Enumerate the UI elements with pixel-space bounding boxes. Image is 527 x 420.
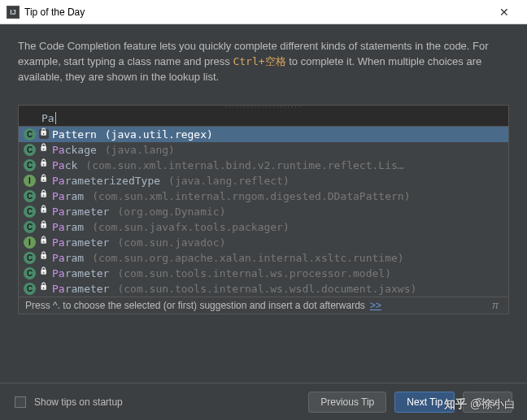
footer: Show tips on startup Previous Tip Next T…: [0, 383, 527, 420]
pi-icon: π: [492, 300, 502, 311]
class-icon: C: [24, 221, 36, 233]
lock-icon: [39, 222, 49, 232]
class-icon: C: [24, 206, 36, 218]
suggestion-name: Parameter: [52, 283, 109, 295]
hint-more-link[interactable]: >>: [370, 300, 381, 311]
suggestion-package: (com.sun.xml.internal.bind.v2.runtime.re…: [85, 159, 403, 171]
caret-icon: [55, 112, 56, 124]
close-icon[interactable]: ✕: [488, 6, 520, 19]
suggestion-name: Package: [52, 144, 97, 156]
suggestion-row[interactable]: CParam(com.sun.org.apache.xalan.internal…: [19, 250, 508, 266]
lock-icon: [39, 191, 49, 201]
suggestion-name: Parameter: [52, 206, 109, 218]
suggestion-package: (java.util.regex): [105, 128, 213, 141]
suggestion-package: (com.sun.javafx.tools.packager): [92, 221, 290, 233]
lock-icon: [39, 145, 49, 154]
suggestion-package: (com.sun.javadoc): [117, 236, 225, 249]
typed-text: Pa: [41, 112, 54, 124]
suggestion-name: ParameterizedType: [52, 175, 160, 187]
suggestion-row[interactable]: CPack(com.sun.xml.internal.bind.v2.runti…: [19, 158, 508, 173]
class-icon: C: [24, 128, 36, 141]
suggestion-row[interactable]: CParam(com.sun.xml.internal.rngom.digest…: [19, 188, 508, 204]
suggestion-row[interactable]: CParam(com.sun.javafx.tools.packager): [19, 219, 508, 235]
suggestion-row[interactable]: CPackage(java.lang): [19, 142, 508, 158]
show-tips-checkbox[interactable]: [15, 396, 26, 408]
lock-icon: [39, 160, 49, 170]
suggestion-row[interactable]: CParameter(com.sun.tools.internal.ws.wsd…: [19, 281, 508, 297]
editor-line: Pa: [19, 109, 508, 126]
suggestion-package: (com.sun.tools.internal.ws.wsdl.document…: [117, 283, 416, 295]
lock-icon: [39, 268, 49, 278]
lock-icon: [39, 284, 49, 293]
suggestion-package: (java.lang.reflect): [168, 175, 290, 187]
suggestion-name: Param: [52, 221, 84, 233]
suggestion-name: Param: [52, 252, 84, 264]
next-tip-button[interactable]: Next Tip: [394, 392, 455, 413]
lock-icon: [39, 175, 49, 185]
suggestion-package: (com.sun.tools.internal.ws.processor.mod…: [117, 267, 391, 279]
previous-tip-button[interactable]: Previous Tip: [308, 392, 386, 413]
shortcut-key: Ctrl+空格: [233, 55, 285, 67]
suggestion-name: Parameter: [52, 267, 109, 279]
class-icon: C: [24, 267, 36, 279]
suggestion-package: (org.omg.Dynamic): [117, 206, 225, 218]
lock-icon: [39, 129, 49, 139]
suggestion-row[interactable]: CPattern(java.util.regex): [19, 127, 508, 142]
suggestion-package: (com.sun.org.apache.xalan.internal.xsltc…: [92, 252, 404, 264]
code-example: ····················· Pa CPattern(java.u…: [18, 105, 509, 314]
lock-icon: [39, 253, 49, 262]
titlebar: IJ Tip of the Day ✕: [0, 0, 527, 24]
show-tips-label[interactable]: Show tips on startup: [34, 396, 300, 408]
suggestion-name: Pack: [52, 159, 77, 171]
suggestion-package: (com.sun.xml.internal.rngom.digested.DDa…: [92, 190, 410, 202]
suggestion-row[interactable]: IParameterizedType(java.lang.reflect): [19, 173, 508, 188]
class-icon: C: [24, 283, 36, 295]
suggestion-package: (java.lang): [105, 144, 175, 156]
interface-icon: I: [24, 236, 36, 249]
class-icon: C: [24, 144, 36, 156]
class-icon: C: [24, 190, 36, 202]
lock-icon: [39, 237, 49, 247]
suggestion-name: Param: [52, 190, 84, 202]
tip-text: The Code Completion feature lets you qui…: [0, 24, 527, 93]
suggestion-row[interactable]: CParameter(com.sun.tools.internal.ws.pro…: [19, 266, 508, 281]
hint-bar: Press ^. to choose the selected (or firs…: [19, 297, 508, 314]
class-icon: C: [24, 252, 36, 264]
lock-icon: [39, 206, 49, 216]
class-icon: C: [24, 159, 36, 171]
hint-text: Press ^. to choose the selected (or firs…: [25, 300, 365, 311]
suggestion-name: Parameter: [52, 236, 109, 249]
suggestion-name: Pattern: [52, 128, 97, 141]
completion-popup[interactable]: CPattern(java.util.regex)CPackage(java.l…: [19, 126, 508, 297]
close-button[interactable]: Close: [463, 392, 512, 413]
suggestion-row[interactable]: CParameter(org.omg.Dynamic): [19, 204, 508, 219]
window-title: Tip of the Day: [24, 6, 488, 18]
suggestion-row[interactable]: IParameter(com.sun.javadoc): [19, 235, 508, 250]
app-icon: IJ: [7, 6, 20, 19]
interface-icon: I: [24, 175, 36, 187]
